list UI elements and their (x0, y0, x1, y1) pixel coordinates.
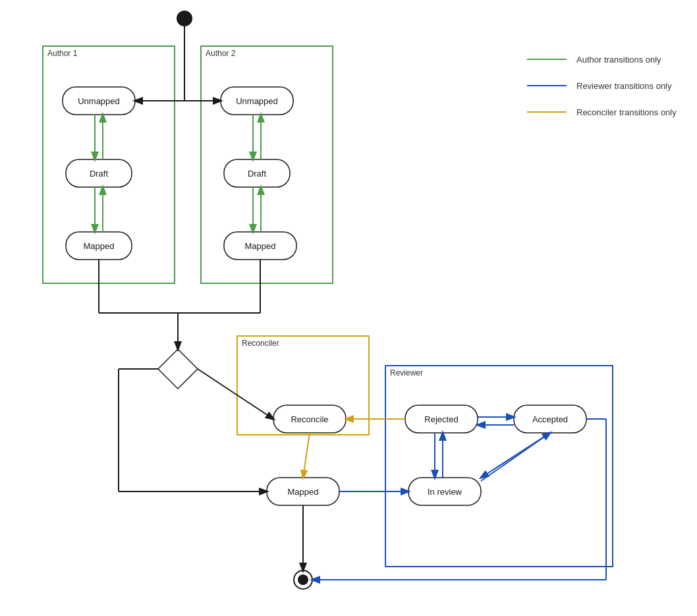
decision-diamond (158, 349, 198, 389)
author2-unmapped-label: Unmapped (236, 96, 278, 106)
initial-state (177, 11, 192, 26)
author1-box-label: Author 1 (47, 49, 78, 58)
svg-line-34 (481, 433, 550, 478)
svg-line-19 (198, 369, 273, 419)
mapped-bottom-label: Mapped (288, 487, 319, 497)
reconciler-box-label: Reconciler (242, 339, 279, 348)
author1-draft-label: Draft (90, 169, 109, 179)
svg-line-23 (303, 433, 310, 478)
legend-reconciler-label: Reconciler transitions only (576, 107, 677, 117)
author1-unmapped-label: Unmapped (78, 96, 120, 106)
final-state-inner (298, 574, 308, 585)
legend-author-label: Author transitions only (576, 55, 661, 65)
legend-reviewer-label: Reviewer transitions only (576, 81, 672, 91)
rejected-label: Rejected (424, 414, 458, 424)
reconcile-label: Reconcile (291, 414, 328, 424)
author2-mapped-label: Mapped (245, 241, 276, 251)
in-review-label: In review (428, 487, 462, 497)
accepted-label: Accepted (532, 414, 568, 424)
author1-mapped-label: Mapped (84, 241, 115, 251)
author2-box-label: Author 2 (206, 49, 236, 58)
author2-draft-label: Draft (248, 169, 267, 179)
diagram-canvas: Author transitions only Reviewer transit… (0, 0, 697, 616)
reviewer-box-label: Reviewer (390, 368, 423, 378)
